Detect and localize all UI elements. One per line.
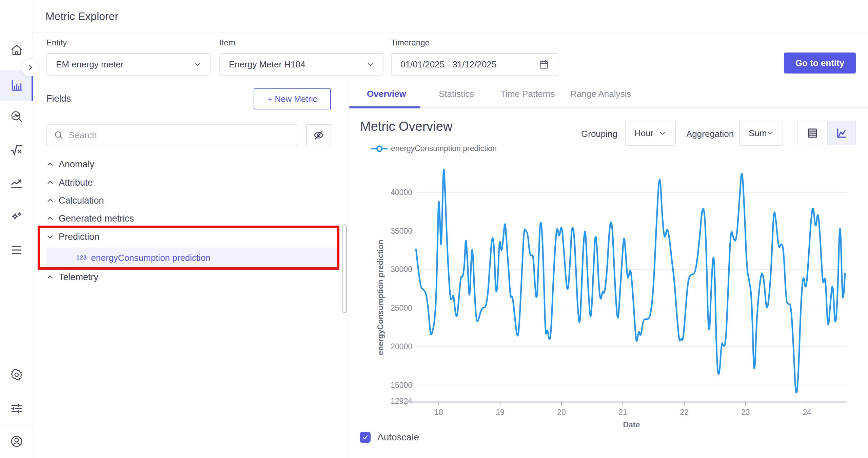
numeric-type-icon: 123 xyxy=(76,254,87,261)
x-tick-label: 20 xyxy=(557,408,566,417)
y-tick-label: 25000 xyxy=(391,304,412,312)
group-label: Attribute xyxy=(59,178,93,188)
view-toggle xyxy=(797,121,856,145)
y-tick-label: 12924 xyxy=(391,397,412,405)
metric-chart[interactable]: 4000035000300002500020000150001292418192… xyxy=(373,152,861,427)
entity-select[interactable]: EM energy meter xyxy=(46,53,211,76)
header-divider xyxy=(33,33,868,33)
group-label: Calculation xyxy=(59,195,104,206)
chevron-up-icon xyxy=(46,161,54,168)
group-label: Telemetry xyxy=(59,272,98,283)
series-line xyxy=(416,170,845,393)
x-tick-label: 23 xyxy=(741,408,750,417)
tabs-divider xyxy=(349,107,868,108)
tab-time-patterns[interactable]: Time Patterns xyxy=(500,89,555,99)
legend-label: energyConsumption prediction xyxy=(391,144,497,153)
series-marker-icon xyxy=(371,145,388,152)
chevron-down-icon xyxy=(194,61,201,68)
chevron-up-icon xyxy=(46,273,54,281)
y-tick-label: 15000 xyxy=(391,381,412,390)
sidebar-item-ai[interactable] xyxy=(0,202,33,233)
chart-legend[interactable]: energyConsumption prediction xyxy=(371,144,497,153)
page-title: Metric Explorer xyxy=(45,10,118,23)
grouping-value: Hour xyxy=(634,128,659,139)
toggle-hidden-fields-button[interactable] xyxy=(306,124,331,146)
chevron-down-icon xyxy=(659,129,666,137)
anomaly-search-icon xyxy=(10,110,23,123)
table-view-button[interactable] xyxy=(798,121,827,145)
grouping-select[interactable]: Hour xyxy=(625,121,676,146)
chevron-up-icon xyxy=(46,197,54,204)
home-icon xyxy=(10,44,23,57)
search-input[interactable] xyxy=(69,130,290,141)
autoscale-checkbox[interactable] xyxy=(360,432,371,443)
item-value: Energy Meter H104 xyxy=(229,59,367,70)
user-icon xyxy=(10,435,23,448)
x-tick-label: 19 xyxy=(496,408,505,417)
sliders-icon xyxy=(10,402,23,415)
y-tick-label: 40000 xyxy=(391,188,412,197)
sidebar-item-trends[interactable] xyxy=(0,168,33,199)
sidebar-item-anomaly-search[interactable] xyxy=(0,101,33,132)
sidebar-item-preferences[interactable] xyxy=(0,393,33,424)
field-group-attribute[interactable]: Attribute xyxy=(46,173,297,192)
x-tick-label: 18 xyxy=(434,408,443,417)
menu-icon xyxy=(10,244,23,256)
chevron-down-icon xyxy=(46,233,54,241)
chevron-right-icon xyxy=(26,64,34,71)
new-metric-button[interactable]: + New Metric xyxy=(254,88,331,109)
autoscale-control[interactable]: Autoscale xyxy=(360,432,419,443)
sidebar-item-settings[interactable] xyxy=(0,359,33,390)
chevron-down-icon xyxy=(767,129,774,137)
entity-value: EM energy meter xyxy=(56,59,194,70)
tab-statistics[interactable]: Statistics xyxy=(439,89,474,99)
sidebar-collapse-button[interactable] xyxy=(21,58,39,77)
aggregation-label: Aggregation xyxy=(686,129,734,139)
item-select[interactable]: Energy Meter H104 xyxy=(219,53,383,76)
fields-panel-scrollbar[interactable] xyxy=(342,224,347,313)
check-icon xyxy=(362,434,369,441)
eye-off-icon xyxy=(313,129,324,141)
x-tick-label: 21 xyxy=(618,408,627,417)
bar-chart-icon xyxy=(10,79,23,92)
field-group-generated-metrics[interactable]: Generated metrics xyxy=(46,209,297,228)
field-group-prediction[interactable]: Prediction xyxy=(46,228,297,246)
trend-icon xyxy=(10,177,23,190)
active-tab-indicator xyxy=(349,106,420,108)
go-to-entity-button[interactable]: Go to entity xyxy=(784,53,856,74)
x-tick-label: 24 xyxy=(803,408,811,417)
y-tick-label: 20000 xyxy=(391,342,412,351)
y-axis-title: energyConsumption prediction xyxy=(376,240,385,355)
sidebar-item-profile[interactable] xyxy=(0,426,33,457)
calendar-icon xyxy=(539,59,549,69)
timerange-value: 01/01/2025 - 31/12/2025 xyxy=(400,59,539,70)
timerange-label: Timerange xyxy=(391,38,430,47)
timerange-input[interactable]: 01/01/2025 - 31/12/2025 xyxy=(391,53,558,76)
sidebar-item-list[interactable] xyxy=(0,234,33,266)
sidebar-item-formula[interactable] xyxy=(0,134,33,166)
table-view-icon xyxy=(806,127,818,139)
field-group-anomaly[interactable]: Anomaly xyxy=(46,155,297,173)
tab-overview[interactable]: Overview xyxy=(367,89,406,99)
tab-range-analysis[interactable]: Range Analysis xyxy=(570,89,631,99)
x-tick-label: 22 xyxy=(680,408,689,417)
aggregation-select[interactable]: Sum xyxy=(739,121,783,146)
field-group-calculation[interactable]: Calculation xyxy=(46,191,297,210)
chevron-up-icon xyxy=(46,179,54,186)
section-title: Metric Overview xyxy=(360,119,452,134)
item-label: Item xyxy=(219,38,235,47)
sparkles-icon xyxy=(10,211,23,224)
gear-icon xyxy=(10,368,23,381)
x-axis-title: Date xyxy=(623,420,640,427)
field-group-telemetry[interactable]: Telemetry xyxy=(46,268,297,286)
y-tick-label: 30000 xyxy=(391,265,412,274)
entity-label: Entity xyxy=(46,38,67,47)
search-icon xyxy=(54,130,63,140)
y-tick-label: 35000 xyxy=(391,227,412,235)
group-label: Prediction xyxy=(59,232,99,242)
field-item-energyconsumption-prediction[interactable]: 123 energyConsumption prediction xyxy=(46,248,339,268)
field-item-label: energyConsumption prediction xyxy=(91,253,211,263)
sidebar-divider xyxy=(0,425,33,425)
panel-divider xyxy=(349,81,349,458)
line-chart-view-button[interactable] xyxy=(827,121,856,145)
